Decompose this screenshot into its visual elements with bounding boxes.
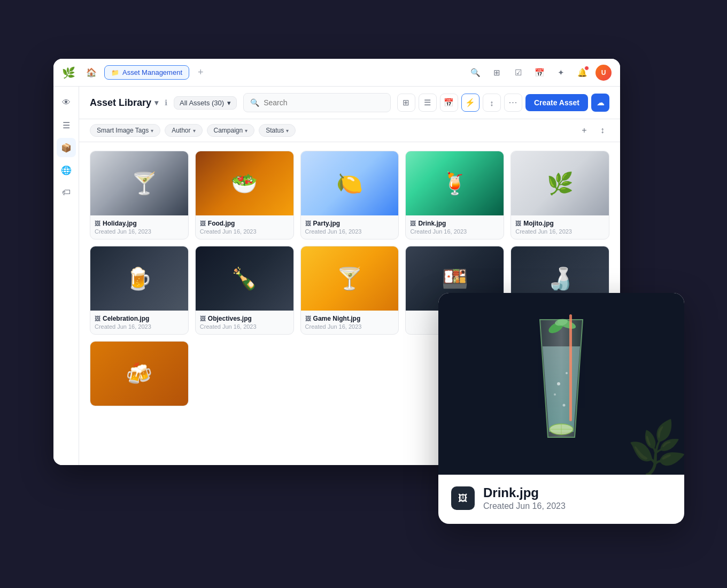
svg-point-3	[563, 404, 566, 407]
asset-filename: Game Night.jpg	[313, 315, 361, 322]
collapse-filters-button[interactable]: ↕	[595, 123, 609, 137]
sidebar: 👁 ☰ 📦 🌐 🏷	[53, 87, 79, 465]
create-asset-button[interactable]: Create Asset	[525, 94, 588, 111]
tab-icon: 📁	[111, 69, 119, 76]
asset-card-food[interactable]: 🖼 Food.jpg Created Jun 16, 2023	[195, 151, 294, 239]
search-bar[interactable]: 🔍	[243, 93, 391, 112]
preview-image-container: 🌿	[438, 293, 684, 475]
app-logo: 🌿	[62, 66, 75, 79]
filter-label-author: Author	[172, 127, 190, 134]
asset-date: Created Jun 16, 2023	[95, 323, 184, 330]
asset-date: Created Jun 16, 2023	[515, 228, 605, 235]
sidebar-item-tags[interactable]: 🏷	[57, 183, 76, 202]
chip-arrow-icon: ▾	[151, 128, 153, 134]
filter-chip-smart-tags[interactable]: Smart Image Tags ▾	[90, 124, 160, 137]
search-input[interactable]	[264, 98, 384, 107]
notification-icon[interactable]: 🔔	[574, 65, 590, 81]
star-nav-icon[interactable]: ✦	[553, 65, 569, 81]
asset-date: Created Jun 16, 2023	[305, 323, 395, 330]
filter-bar: Smart Image Tags ▾ Author ▾ Campaign ▾ S…	[79, 119, 620, 142]
sidebar-item-web[interactable]: 🌐	[57, 160, 76, 180]
asset-file-icon: 🖼	[95, 220, 100, 227]
add-filter-button[interactable]: +	[577, 123, 591, 137]
sidebar-item-view[interactable]: 👁	[57, 93, 76, 112]
sidebar-item-assets[interactable]: 📦	[57, 138, 76, 157]
preview-filename: Drink.jpg	[483, 485, 566, 500]
preview-date: Created Jun 16, 2023	[483, 501, 566, 511]
asset-date: Created Jun 16, 2023	[200, 228, 289, 235]
chip-arrow-icon: ▾	[193, 128, 196, 134]
asset-file-icon: 🖼	[200, 220, 206, 227]
asset-card-gamenight[interactable]: 🖼 Game Night.jpg Created Jun 16, 2023	[300, 246, 399, 335]
count-chevron-icon: ▾	[227, 99, 231, 107]
asset-date: Created Jun 16, 2023	[95, 228, 184, 235]
chip-arrow-icon: ▾	[286, 128, 289, 134]
filter-label-campaign: Campaign	[214, 127, 243, 134]
asset-file-icon: 🖼	[515, 220, 521, 227]
asset-file-icon: 🖼	[305, 315, 311, 322]
asset-card-celebration[interactable]: 🖼 Celebration.jpg Created Jun 16, 2023	[90, 246, 189, 335]
page-header: Asset Library ▾ ℹ All Assets (30) ▾ 🔍 ⊞	[79, 87, 620, 119]
new-tab-button[interactable]: +	[195, 66, 207, 79]
app-container: 🌿 🏠 📁 Asset Management + 🔍 ⊞ ☑ 📅 ✦ 🔔 U 👁…	[43, 48, 684, 540]
top-nav: 🌿 🏠 📁 Asset Management + 🔍 ⊞ ☑ 📅 ✦ 🔔 U	[53, 59, 620, 87]
svg-point-2	[554, 393, 556, 396]
sort-button[interactable]: ↕	[483, 94, 501, 112]
filter-chip-status[interactable]: Status ▾	[259, 124, 296, 137]
info-icon[interactable]: ℹ	[165, 98, 167, 107]
calendar-button[interactable]: 📅	[440, 94, 458, 112]
list-view-button[interactable]: ☰	[419, 94, 437, 112]
grid-nav-icon[interactable]: ⊞	[489, 65, 505, 81]
asset-date: Created Jun 16, 2023	[305, 228, 395, 235]
asset-file-icon: 🖼	[200, 315, 206, 322]
asset-card-beer[interactable]	[90, 341, 189, 406]
chip-arrow-icon: ▾	[245, 128, 248, 134]
upload-button[interactable]: ☁	[591, 94, 609, 112]
asset-date: Created Jun 16, 2023	[200, 323, 289, 330]
filter-label-status: Status	[266, 127, 284, 134]
asset-file-icon: 🖼	[95, 315, 100, 322]
asset-card-objectives[interactable]: 🖼 Objectives.jpg Created Jun 16, 2023	[195, 246, 294, 335]
tab-label: Asset Management	[122, 68, 182, 76]
svg-rect-10	[569, 314, 572, 421]
asset-filename: Party.jpg	[313, 220, 340, 227]
page-title-text: Asset Library ▾	[90, 97, 158, 109]
sidebar-item-menu[interactable]: ☰	[57, 115, 76, 135]
filter-chip-campaign[interactable]: Campaign ▾	[207, 124, 255, 137]
more-options-button[interactable]: ···	[504, 94, 522, 112]
asset-file-icon: 🖼	[305, 220, 311, 227]
asset-filename: Holiday.jpg	[103, 220, 137, 227]
header-actions: ⊞ ☰ 📅 ⚡ ↕ ··· Create Asset ☁	[397, 94, 609, 112]
filter-chip-author[interactable]: Author ▾	[165, 124, 202, 137]
asset-filename: Celebration.jpg	[103, 315, 149, 322]
user-avatar[interactable]: U	[595, 65, 612, 81]
active-tab[interactable]: 📁 Asset Management	[104, 65, 189, 80]
preview-info: 🖼 Drink.jpg Created Jun 16, 2023	[438, 475, 684, 524]
floating-preview-card: 🌿 🖼 Drink.jpg Created Jun 16, 2023	[438, 293, 684, 524]
asset-filename: Objectives.jpg	[208, 315, 252, 322]
home-icon[interactable]: 🏠	[84, 65, 99, 80]
grid-view-button[interactable]: ⊞	[397, 94, 415, 112]
check-nav-icon[interactable]: ☑	[510, 65, 526, 81]
asset-card-party[interactable]: 🖼 Party.jpg Created Jun 16, 2023	[300, 151, 399, 239]
search-nav-icon[interactable]: 🔍	[467, 65, 483, 81]
asset-card-mojito[interactable]: 🖼 Mojito.jpg Created Jun 16, 2023	[511, 151, 609, 239]
svg-point-0	[557, 382, 560, 385]
asset-file-icon: 🖼	[410, 220, 416, 227]
preview-file-icon: 🖼	[451, 486, 475, 510]
svg-point-1	[566, 372, 568, 374]
filter-label-smart-tags: Smart Image Tags	[97, 127, 149, 134]
search-icon: 🔍	[250, 98, 259, 107]
asset-filename: Food.jpg	[208, 220, 235, 227]
asset-filename: Drink.jpg	[418, 220, 446, 227]
asset-card-drink-thumb[interactable]: 🖼 Drink.jpg Created Jun 16, 2023	[405, 151, 504, 239]
asset-date: Created Jun 16, 2023	[410, 228, 499, 235]
asset-card-holiday[interactable]: 🖼 Holiday.jpg Created Jun 16, 2023	[90, 151, 189, 239]
assets-count-dropdown[interactable]: All Assets (30) ▾	[174, 96, 237, 110]
title-chevron-icon: ▾	[154, 98, 158, 107]
asset-filename: Mojito.jpg	[523, 220, 554, 227]
filter-button[interactable]: ⚡	[461, 94, 479, 112]
drink-image: 🌿	[438, 293, 684, 475]
calendar-nav-icon[interactable]: 📅	[531, 65, 547, 81]
